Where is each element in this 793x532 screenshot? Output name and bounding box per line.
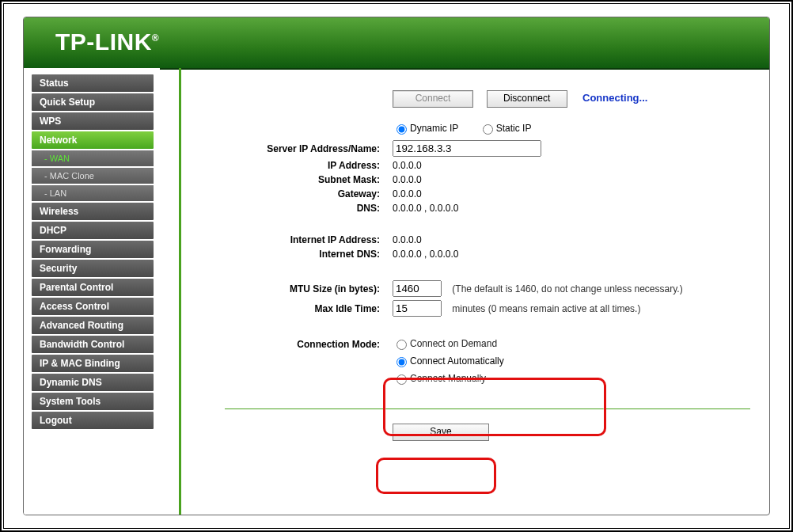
header-bar: TP-LINK® (24, 17, 769, 70)
radio-dynamic-ip-label: Dynamic IP (410, 123, 458, 134)
sidebar-item-ip-mac-binding[interactable]: IP & MAC Binding (32, 355, 154, 372)
connection-mode-label: Connection Mode: (222, 337, 393, 350)
sidebar-item-status[interactable]: Status (32, 74, 154, 92)
brand-text: TP-LINK (55, 28, 152, 55)
connection-status-text: Connecting... (582, 92, 647, 104)
server-ip-label: Server IP Address/Name: (222, 143, 393, 154)
sidebar-item-network[interactable]: Network (32, 131, 154, 149)
radio-static-ip[interactable]: Static IP (479, 122, 532, 135)
mtu-note: (The default is 1460, do not change unle… (452, 283, 682, 294)
gateway-label: Gateway: (222, 188, 393, 200)
radio-dynamic-ip-input[interactable] (396, 124, 407, 135)
radio-connect-on-demand-label: Connect on Demand (410, 338, 497, 349)
gateway-value: 0.0.0.0 (393, 188, 757, 200)
subnet-mask-value: 0.0.0.0 (393, 174, 757, 185)
sidebar-subitem-wan[interactable]: - WAN (32, 150, 154, 166)
sidebar-item-wps[interactable]: WPS (32, 112, 154, 130)
subnet-mask-label: Subnet Mask: (222, 174, 393, 185)
vertical-divider (179, 68, 181, 515)
sidebar-subitem-mac-clone[interactable]: - MAC Clone (32, 168, 154, 184)
idle-input[interactable] (393, 300, 442, 317)
internet-ip-value: 0.0.0.0 (393, 234, 757, 245)
sidebar: Status Quick Setup WPS Network - WAN - M… (24, 68, 160, 515)
radio-connect-on-demand[interactable]: Connect on Demand (393, 337, 497, 350)
radio-dynamic-ip[interactable]: Dynamic IP (393, 122, 458, 135)
mtu-label: MTU Size (in bytes): (222, 283, 393, 294)
radio-connect-automatically[interactable]: Connect Automatically (393, 355, 504, 367)
sidebar-item-quick-setup[interactable]: Quick Setup (32, 93, 154, 111)
sidebar-item-forwarding[interactable]: Forwarding (32, 241, 154, 258)
outer-border: TP-LINK® Status Quick Setup WPS Network … (3, 3, 790, 529)
radio-connect-manually-label: Connect Manually (410, 373, 486, 384)
internet-dns-label: Internet DNS: (222, 249, 393, 260)
sidebar-item-access-control[interactable]: Access Control (32, 298, 154, 315)
sidebar-item-dynamic-dns[interactable]: Dynamic DNS (32, 374, 154, 391)
connect-button[interactable]: Connect (393, 90, 473, 108)
radio-connect-automatically-label: Connect Automatically (410, 355, 504, 367)
sidebar-item-wireless[interactable]: Wireless (32, 203, 154, 220)
content-pane: Connect Disconnect Connecting... Dynamic… (182, 68, 769, 515)
server-ip-input[interactable] (393, 140, 541, 157)
app-frame: TP-LINK® Status Quick Setup WPS Network … (23, 17, 770, 515)
green-separator (225, 408, 750, 409)
radio-static-ip-label: Static IP (496, 123, 532, 134)
sidebar-item-advanced-routing[interactable]: Advanced Routing (32, 317, 154, 334)
idle-note: minutes (0 means remain active at all ti… (452, 303, 640, 314)
disconnect-button[interactable]: Disconnect (487, 90, 567, 108)
ip-address-label: IP Address: (222, 160, 393, 171)
radio-connect-automatically-input[interactable] (396, 357, 407, 367)
sidebar-item-system-tools[interactable]: System Tools (32, 393, 154, 410)
radio-connect-on-demand-input[interactable] (396, 340, 407, 350)
sidebar-item-logout[interactable]: Logout (32, 412, 154, 429)
internet-ip-label: Internet IP Address: (222, 234, 393, 245)
ip-address-value: 0.0.0.0 (393, 160, 757, 171)
radio-connect-manually-input[interactable] (396, 374, 407, 385)
sidebar-item-parental-control[interactable]: Parental Control (32, 279, 154, 296)
save-button[interactable]: Save (393, 424, 489, 441)
mtu-input[interactable] (393, 280, 442, 297)
sidebar-item-dhcp[interactable]: DHCP (32, 222, 154, 239)
registered-mark-icon: ® (152, 32, 159, 44)
brand-logo: TP-LINK® (55, 28, 159, 55)
sidebar-item-security[interactable]: Security (32, 260, 154, 277)
sidebar-subitem-lan[interactable]: - LAN (32, 185, 154, 201)
radio-connect-manually[interactable]: Connect Manually (393, 372, 486, 385)
idle-label: Max Idle Time: (222, 303, 393, 314)
dns-label: DNS: (222, 203, 393, 214)
callout-save-button (376, 458, 496, 494)
screenshot-root: TP-LINK® Status Quick Setup WPS Network … (0, 0, 793, 532)
sidebar-item-bandwidth-control[interactable]: Bandwidth Control (32, 336, 154, 353)
dns-value: 0.0.0.0 , 0.0.0.0 (393, 203, 757, 214)
radio-static-ip-input[interactable] (483, 124, 493, 135)
layout: Status Quick Setup WPS Network - WAN - M… (24, 68, 769, 515)
internet-dns-value: 0.0.0.0 , 0.0.0.0 (393, 249, 757, 260)
